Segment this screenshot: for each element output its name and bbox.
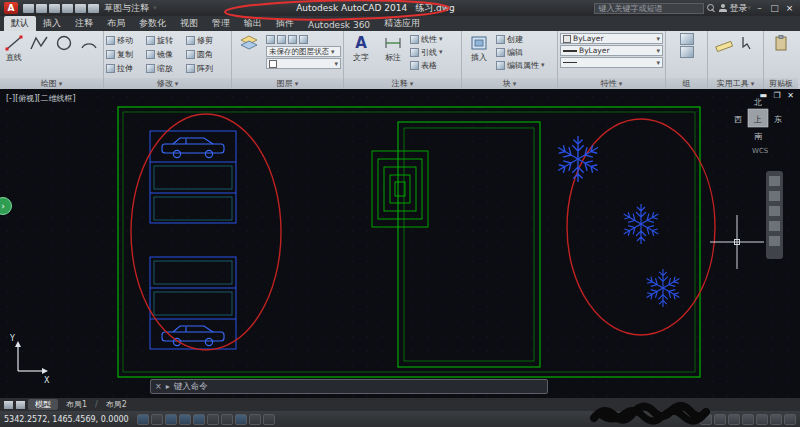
object-color-dropdown[interactable]: ByLayer ▾ bbox=[560, 33, 663, 44]
dynamic-ucs-toggle[interactable] bbox=[221, 414, 233, 425]
workspace-switcher[interactable]: 草图与注释 bbox=[104, 2, 149, 15]
model-space-toggle[interactable] bbox=[700, 414, 712, 425]
window-maximize-button[interactable]: □ bbox=[768, 3, 781, 13]
array-button[interactable]: 阵列 bbox=[186, 63, 226, 74]
ungroup-button[interactable] bbox=[680, 46, 694, 58]
ribbon-tab-view[interactable]: 视图 bbox=[173, 16, 205, 31]
panel-title-utilities[interactable]: 实用工具▾ bbox=[708, 78, 763, 89]
panel-title-annotation[interactable]: 注释▾ bbox=[344, 78, 461, 89]
lineweight-toggle[interactable] bbox=[249, 414, 261, 425]
ribbon-tab-parametric[interactable]: 参数化 bbox=[132, 16, 173, 31]
grid-toggle[interactable] bbox=[151, 414, 163, 425]
tab-layout1[interactable]: 布局1 bbox=[59, 399, 94, 410]
move-button[interactable]: 移动 bbox=[106, 35, 146, 46]
panel-title-block[interactable]: 块▾ bbox=[462, 78, 557, 89]
viewport-window-buttons[interactable]: ▬ ❐ ✕ bbox=[759, 91, 796, 100]
ribbon-tab-insert[interactable]: 插入 bbox=[36, 16, 68, 31]
osnap-toggle[interactable] bbox=[193, 414, 205, 425]
ribbon-tab-plugins[interactable]: 插件 bbox=[269, 16, 301, 31]
drawing-canvas[interactable]: [-][俯视][二维线框] ▬ ❐ ✕ › bbox=[0, 89, 800, 398]
viewport-controls[interactable]: [-][俯视][二维线框] bbox=[6, 93, 76, 104]
ribbon-tab-home[interactable]: 默认 bbox=[4, 16, 36, 31]
dynamic-input-toggle[interactable] bbox=[235, 414, 247, 425]
tab-layout2[interactable]: 布局2 bbox=[99, 399, 134, 410]
ribbon-tab-output[interactable]: 输出 bbox=[237, 16, 269, 31]
undo-icon[interactable] bbox=[75, 4, 86, 13]
ribbon-tab-manage[interactable]: 管理 bbox=[205, 16, 237, 31]
linear-dim-button[interactable]: 线性▾ bbox=[410, 33, 459, 45]
fillet-button[interactable]: 圆角 bbox=[186, 49, 226, 60]
edit-block-button[interactable]: 编辑 bbox=[496, 46, 555, 58]
text-button[interactable]: A 文字 bbox=[346, 33, 376, 62]
signin-button[interactable]: 登录 bbox=[729, 2, 747, 15]
help-search-input[interactable] bbox=[594, 3, 704, 14]
layer-state-dropdown[interactable]: 未保存的图层状态▾ bbox=[266, 46, 341, 57]
command-line[interactable]: × ▸ 键入命令 bbox=[150, 379, 548, 394]
rotate-button[interactable]: 旋转 bbox=[146, 35, 186, 46]
leader-button[interactable]: 引线▾ bbox=[410, 46, 459, 58]
layer-dropdown[interactable]: ▾ bbox=[266, 58, 341, 69]
ribbon-tab-featured-apps[interactable]: 精选应用 bbox=[377, 16, 427, 31]
signin-dropdown-icon[interactable]: ▾ bbox=[747, 4, 751, 12]
dimension-button[interactable]: 标注 bbox=[378, 33, 408, 62]
workspace-switch-button[interactable] bbox=[742, 414, 754, 425]
ribbon-tab-annotate[interactable]: 注释 bbox=[68, 16, 100, 31]
save-icon[interactable] bbox=[49, 4, 60, 13]
mirror-button[interactable]: 镜像 bbox=[146, 49, 186, 60]
lock-ui-button[interactable] bbox=[756, 414, 768, 425]
create-block-button[interactable]: 创建 bbox=[496, 33, 555, 45]
panel-title-groups[interactable]: 组 bbox=[666, 78, 707, 89]
new-file-icon[interactable] bbox=[23, 4, 34, 13]
ortho-toggle[interactable] bbox=[165, 414, 177, 425]
circle-button[interactable] bbox=[53, 33, 76, 53]
autocad-logo-icon[interactable]: A bbox=[4, 2, 18, 14]
print-icon[interactable] bbox=[62, 4, 73, 13]
quick-view-drawings-icon[interactable] bbox=[16, 401, 25, 409]
transparency-toggle[interactable] bbox=[263, 414, 275, 425]
layer-lock-icon[interactable] bbox=[299, 35, 308, 44]
otrack-toggle[interactable] bbox=[207, 414, 219, 425]
command-customize-icon[interactable]: ▸ bbox=[166, 382, 170, 391]
layer-properties-button[interactable] bbox=[234, 33, 264, 53]
insert-block-button[interactable]: 插入 bbox=[464, 33, 494, 62]
command-close-icon[interactable]: × bbox=[155, 382, 162, 391]
linetype-dropdown[interactable]: ▾ bbox=[560, 57, 663, 68]
panel-title-modify[interactable]: 修改▾ bbox=[104, 78, 231, 89]
polar-toggle[interactable] bbox=[179, 414, 191, 425]
paste-button[interactable] bbox=[770, 33, 792, 53]
layer-off-icon[interactable] bbox=[277, 35, 286, 44]
lineweight-dropdown[interactable]: ByLayer ▾ bbox=[560, 45, 663, 56]
line-button[interactable]: 直线 bbox=[2, 33, 25, 62]
window-close-button[interactable]: × bbox=[783, 3, 796, 13]
panel-title-clipboard[interactable]: 剪贴板 bbox=[764, 78, 798, 89]
quick-select-button[interactable] bbox=[737, 33, 759, 53]
edit-attribute-button[interactable]: 编辑属性▾ bbox=[496, 59, 555, 71]
trim-button[interactable]: 修剪 bbox=[186, 35, 226, 46]
command-prompt[interactable]: 键入命令 bbox=[174, 381, 208, 393]
snap-toggle[interactable] bbox=[137, 414, 149, 425]
ribbon-tab-layout[interactable]: 布局 bbox=[100, 16, 132, 31]
panel-title-draw[interactable]: 绘图▾ bbox=[0, 78, 103, 89]
panel-title-properties[interactable]: 特性▾ bbox=[558, 78, 665, 89]
redo-icon[interactable] bbox=[88, 4, 99, 13]
open-file-icon[interactable] bbox=[36, 4, 47, 13]
quick-view-layouts-icon[interactable] bbox=[4, 401, 13, 409]
quick-view-toggle[interactable] bbox=[714, 414, 726, 425]
tab-model[interactable]: 模型 bbox=[28, 399, 58, 410]
copy-button[interactable]: 复制 bbox=[106, 49, 146, 60]
table-button[interactable]: 表格 bbox=[410, 59, 459, 71]
search-icon[interactable] bbox=[707, 4, 716, 13]
annotation-scale-button[interactable] bbox=[728, 414, 740, 425]
layer-freeze-icon[interactable] bbox=[288, 35, 297, 44]
stretch-button[interactable]: 拉伸 bbox=[106, 63, 146, 74]
scale-button[interactable]: 缩放 bbox=[146, 63, 186, 74]
ribbon-tab-autodesk360[interactable]: Autodesk 360 bbox=[301, 19, 377, 31]
arc-button[interactable] bbox=[78, 33, 101, 53]
measure-button[interactable] bbox=[713, 33, 735, 53]
window-minimize-button[interactable]: – bbox=[753, 3, 766, 13]
panel-title-layers[interactable]: 图层▾ bbox=[232, 78, 343, 89]
cleanscreen-button[interactable] bbox=[784, 414, 796, 425]
group-button[interactable] bbox=[680, 33, 694, 45]
polyline-button[interactable] bbox=[27, 33, 50, 53]
isolate-objects-button[interactable] bbox=[770, 414, 782, 425]
